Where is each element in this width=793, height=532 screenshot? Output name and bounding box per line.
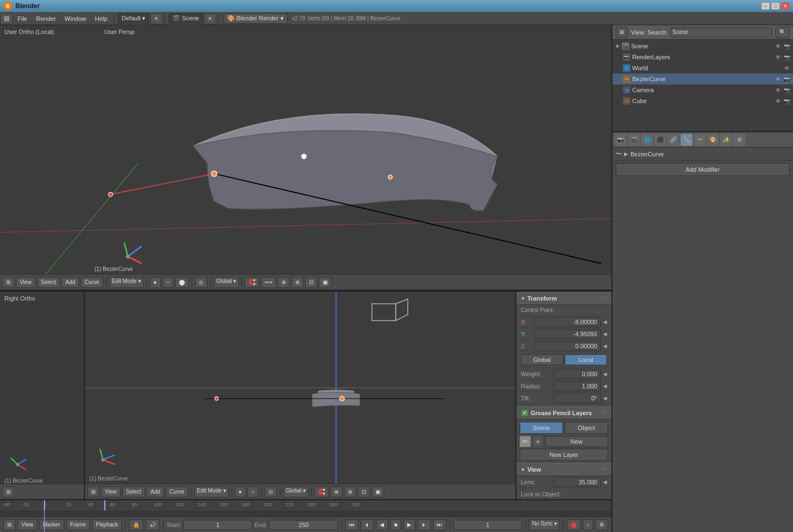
constraints-icon[interactable]: 🔗 bbox=[667, 134, 679, 146]
local-button[interactable]: Local bbox=[565, 354, 607, 365]
sync-icon-btn[interactable]: 🔒 bbox=[129, 519, 143, 530]
scene-button[interactable]: Scene bbox=[520, 422, 563, 434]
playhead[interactable] bbox=[104, 500, 105, 511]
outline-item-renderlayers[interactable]: 📷 RenderLayers 👁 📷 bbox=[612, 52, 793, 63]
minimize-button[interactable]: ─ bbox=[761, 2, 770, 10]
outline-item-world[interactable]: 🌐 World 👁 bbox=[612, 63, 793, 73]
audio-sync-btn[interactable]: ♪ bbox=[583, 519, 593, 530]
grease-pencil-section-header[interactable]: ✓ Grease Pencil Layers ⋯ bbox=[516, 406, 611, 420]
transform-section-more[interactable]: ⋯ bbox=[602, 296, 607, 301]
help-menu[interactable]: Help bbox=[91, 12, 112, 25]
skip-end-btn[interactable]: ⏭ bbox=[433, 519, 446, 530]
br-proportional-btn[interactable]: ◎ bbox=[265, 486, 277, 497]
modifiers-icon active[interactable]: 🔧 bbox=[680, 134, 693, 146]
extra-btn-1[interactable]: ⊕ bbox=[278, 277, 290, 288]
current-frame-field[interactable]: 1 bbox=[453, 520, 522, 530]
render-menu[interactable]: Render bbox=[32, 12, 60, 25]
select-menu-btn[interactable]: Select bbox=[37, 277, 60, 288]
br-shading-wire-btn[interactable]: ○ bbox=[248, 486, 258, 497]
skip-start-btn[interactable]: ⏮ bbox=[345, 519, 358, 530]
scene-prop-icon[interactable]: 🎬 bbox=[628, 134, 640, 146]
audio-btn[interactable]: 🔊 bbox=[145, 519, 160, 530]
add-modifier-button[interactable]: Add Modifier bbox=[616, 163, 790, 176]
shading-wire-btn[interactable]: ○ bbox=[162, 277, 173, 288]
workspace-selector[interactable]: Default ▾ bbox=[118, 13, 150, 24]
stop-btn[interactable]: ■ bbox=[390, 519, 401, 530]
br-transform-selector[interactable]: Global ▾ bbox=[283, 486, 309, 497]
lens-value[interactable]: 35.000 bbox=[553, 477, 601, 487]
bottom-right-viewport[interactable]: (1) BezierCurve ⊞ View Select Add Curve … bbox=[85, 292, 515, 499]
world-prop-icon[interactable]: 🌐 bbox=[641, 134, 653, 146]
outline-item-scene[interactable]: ▼ 🎬 Scene 👁 📷 bbox=[612, 41, 793, 52]
header-type-btn[interactable]: ⊞ bbox=[2, 277, 14, 288]
weight-value[interactable]: 0.000 bbox=[553, 369, 601, 379]
record-btn[interactable]: ⬤ bbox=[567, 519, 581, 530]
view-section-header[interactable]: ▼ View ⋯ bbox=[516, 463, 611, 476]
br-add-btn[interactable]: Add bbox=[147, 486, 164, 497]
proportional-edit-btn[interactable]: ◎ bbox=[195, 277, 207, 288]
view-section-more[interactable]: ⋯ bbox=[602, 467, 607, 472]
shading-btn[interactable]: ● bbox=[150, 277, 161, 288]
workspace-close-btn[interactable]: ✕ bbox=[150, 13, 162, 24]
extra-btn-2[interactable]: ⊗ bbox=[291, 277, 303, 288]
br-extra-2[interactable]: ⊗ bbox=[344, 486, 356, 497]
extra-btn-3[interactable]: ⊡ bbox=[305, 277, 317, 288]
scene-render-icon[interactable]: 📷 bbox=[783, 42, 791, 50]
tilt-value[interactable]: 0° bbox=[553, 393, 601, 403]
br-select-btn[interactable]: Select bbox=[122, 486, 145, 497]
shading-solid-btn[interactable]: ⬤ bbox=[175, 277, 189, 288]
br-extra-3[interactable]: ⊡ bbox=[358, 486, 370, 497]
end-frame-field[interactable]: 250 bbox=[269, 520, 338, 530]
transform-orientation-selector[interactable]: Global ▾ bbox=[213, 277, 239, 288]
outline-item-beziercurve[interactable]: 〜 BezierCurve 👁 📷 bbox=[612, 73, 793, 84]
transform-section-header[interactable]: ▼ Transform ⋯ bbox=[516, 292, 611, 305]
br-mode-selector[interactable]: Edit Mode ▾ bbox=[194, 486, 229, 497]
new-button[interactable]: New bbox=[545, 436, 608, 447]
material-icon[interactable]: 🎨 bbox=[707, 134, 719, 146]
cam-eye-icon[interactable]: 👁 bbox=[774, 86, 782, 94]
br-view-btn[interactable]: View bbox=[101, 486, 121, 497]
extra-btn-4[interactable]: ▣ bbox=[319, 277, 331, 288]
global-button[interactable]: Global bbox=[521, 354, 563, 365]
next-frame-btn[interactable]: ⏵ bbox=[418, 519, 431, 530]
bc-render-icon[interactable]: 📷 bbox=[783, 75, 791, 83]
playback-btn[interactable]: Playback bbox=[92, 519, 122, 530]
scene-eye-icon[interactable]: 👁 bbox=[774, 42, 782, 50]
cube-eye-icon[interactable]: 👁 bbox=[774, 97, 782, 105]
view-timeline-btn[interactable]: View bbox=[18, 519, 37, 530]
br-extra-4[interactable]: ▣ bbox=[372, 486, 384, 497]
play-btn[interactable]: ▶ bbox=[403, 519, 415, 530]
br-snap-btn[interactable]: 🧲 bbox=[314, 486, 329, 497]
close-button[interactable]: ✕ bbox=[781, 2, 790, 10]
render-prop-icon[interactable]: 📷 bbox=[615, 134, 627, 146]
frame-btn[interactable]: Frame bbox=[66, 519, 90, 530]
new-layer-button[interactable]: New Layer bbox=[520, 449, 608, 461]
mirror-btn[interactable]: ⟺ bbox=[261, 277, 276, 288]
curve-menu-btn[interactable]: Curve bbox=[81, 277, 103, 288]
outline-item-camera[interactable]: 📹 Camera 👁 📷 bbox=[612, 84, 793, 95]
rl-render-icon[interactable]: 📷 bbox=[783, 53, 791, 61]
z-value[interactable]: 0.00000 bbox=[534, 341, 601, 351]
maximize-button[interactable]: □ bbox=[771, 2, 780, 10]
view-menu-btn[interactable]: View bbox=[16, 277, 36, 288]
bl-type-btn[interactable]: ⊞ bbox=[2, 486, 14, 497]
object-button[interactable]: Object bbox=[565, 422, 608, 434]
window-menu[interactable]: Window bbox=[60, 12, 91, 25]
br-shading-btn[interactable]: ● bbox=[235, 486, 246, 497]
bc-eye-icon[interactable]: 👁 bbox=[774, 75, 782, 83]
physics-icon[interactable]: ⚙ bbox=[733, 134, 745, 146]
extra-playback-btn[interactable]: ⚙ bbox=[595, 519, 608, 530]
outliner-search-btn[interactable]: 🔍 bbox=[775, 27, 790, 38]
top-viewport[interactable]: User Ortho (Local) User Persp bbox=[0, 25, 611, 291]
data-prop-icon[interactable]: 〜 bbox=[694, 134, 706, 146]
object-prop-icon[interactable]: ⬛ bbox=[654, 134, 666, 146]
gp-plus-button[interactable]: + bbox=[532, 436, 543, 447]
particles-icon[interactable]: ✨ bbox=[720, 134, 732, 146]
scene-close-btn[interactable]: ✕ bbox=[204, 13, 216, 24]
sync-selector[interactable]: No Sync ▾ bbox=[529, 519, 560, 530]
timeline-body[interactable] bbox=[0, 511, 611, 517]
snap-btn[interactable]: 🧲 bbox=[245, 277, 259, 288]
br-extra-1[interactable]: ⊕ bbox=[330, 486, 342, 497]
prev-frame-btn[interactable]: ⏴ bbox=[361, 519, 374, 530]
scene-selector[interactable]: 🎬 Scene bbox=[168, 13, 203, 24]
